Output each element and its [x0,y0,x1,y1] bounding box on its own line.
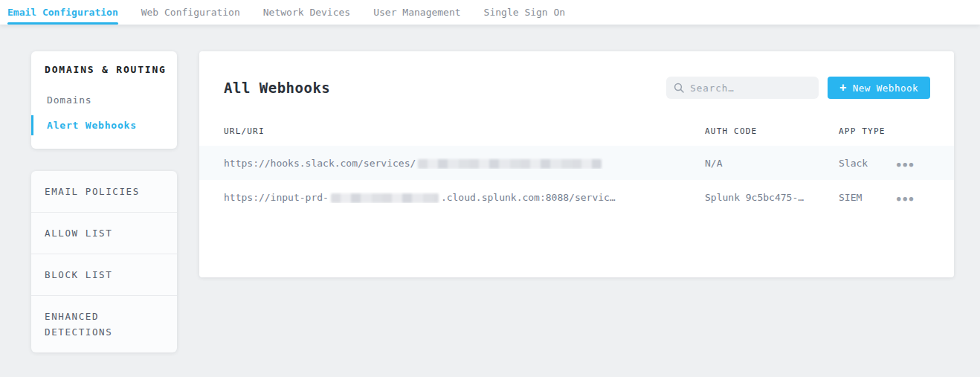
sidebar: DOMAINS & ROUTING Domains Alert Webhooks… [31,51,177,352]
search-icon [674,83,684,93]
tab-single-sign-on[interactable]: Single Sign On [484,0,566,25]
sidebar-item-email-policies[interactable]: EMAIL POLICIES [31,171,177,213]
sidebar-accordion: EMAIL POLICIES ALLOW LIST BLOCK LIST ENH… [31,171,177,352]
redacted-blur [418,159,602,169]
row-actions: ●●● [897,192,954,203]
table-row[interactable]: https://hooks.slack.com/services/ N/A Sl… [199,146,954,180]
sidebar-item-block-list[interactable]: BLOCK LIST [31,254,177,296]
panel-header-actions: + New Webhook [666,77,930,99]
table-header: URL/URI AUTH CODE APP TYPE [199,126,954,146]
auth-code-cell: N/A [705,158,839,169]
webhook-url-cell: https://hooks.slack.com/services/ [224,158,705,169]
tab-network-devices[interactable]: Network Devices [263,0,350,25]
new-webhook-button[interactable]: + New Webhook [828,77,930,99]
search-box[interactable] [666,77,819,99]
sidebar-item-alert-webhooks[interactable]: Alert Webhooks [31,115,177,135]
row-actions: ●●● [897,158,954,169]
tab-web-configuration[interactable]: Web Configuration [141,0,240,25]
page-title: All Webhooks [224,80,330,96]
tab-user-management[interactable]: User Management [373,0,460,25]
top-nav: Email Configuration Web Configuration Ne… [0,0,980,25]
row-menu-icon[interactable]: ●●● [897,195,915,202]
auth-code-cell: Splunk 9c5bc475-… [705,192,839,203]
table-row[interactable]: https://input-prd-.cloud.splunk.com:8088… [199,180,954,214]
webhook-url-suffix: .cloud.splunk.com:8088/servic… [441,192,616,203]
plus-icon: + [839,83,847,94]
app-type-cell: Slack [839,158,897,169]
panel-header: All Webhooks + New Webhook [199,51,954,99]
redacted-blur [331,193,439,203]
row-menu-icon[interactable]: ●●● [897,161,915,168]
domains-routing-card: DOMAINS & ROUTING Domains Alert Webhooks [31,51,177,149]
sidebar-item-domains[interactable]: Domains [31,90,177,110]
new-webhook-label: New Webhook [853,83,918,94]
column-header-auth-code: AUTH CODE [705,126,839,136]
tab-email-configuration[interactable]: Email Configuration [7,0,118,25]
section-title-domains-routing: DOMAINS & ROUTING [31,64,177,75]
webhook-url-cell: https://input-prd-.cloud.splunk.com:8088… [224,192,705,203]
sidebar-item-enhanced-detections[interactable]: ENHANCED DETECTIONS [31,296,177,352]
page-content: DOMAINS & ROUTING Domains Alert Webhooks… [0,25,980,352]
search-input[interactable] [690,83,811,94]
column-header-app-type: APP TYPE [839,126,897,136]
column-header-url-uri: URL/URI [224,126,705,136]
app-type-cell: SIEM [839,192,897,203]
webhook-url-prefix: https://hooks.slack.com/services/ [224,158,416,169]
webhooks-panel: All Webhooks + New Webhook URL/URI AUTH … [199,51,954,277]
webhook-url-prefix: https://input-prd- [224,192,329,203]
sidebar-item-allow-list[interactable]: ALLOW LIST [31,213,177,254]
